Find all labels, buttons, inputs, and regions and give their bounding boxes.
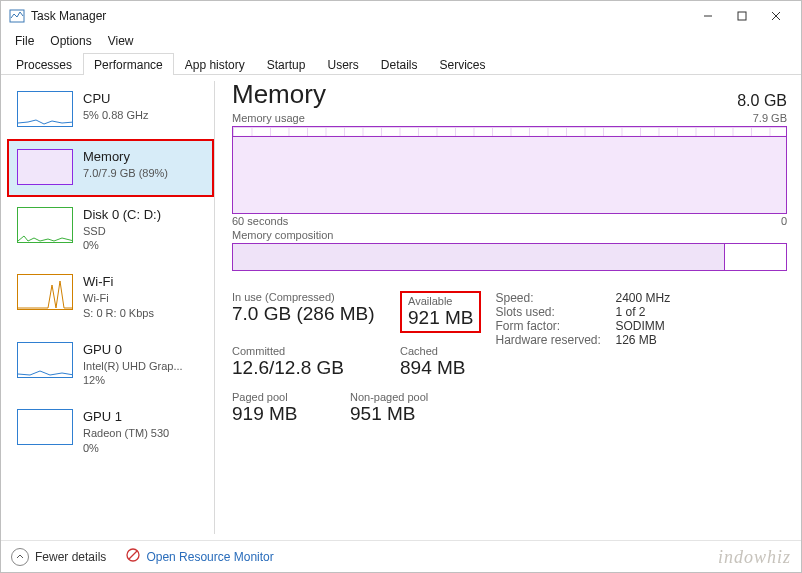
disk-sub2: 0% <box>83 238 161 252</box>
minimize-button[interactable] <box>691 1 725 31</box>
gpu0-sub2: 12% <box>83 373 183 387</box>
paged-value: 919 MB <box>232 403 332 425</box>
cpu-thumb <box>17 91 73 127</box>
gpu0-sub1: Intel(R) UHD Grap... <box>83 359 183 373</box>
gpu1-sub2: 0% <box>83 441 169 455</box>
wifi-sub2: S: 0 R: 0 Kbps <box>83 306 154 320</box>
axis-right: 0 <box>781 215 787 227</box>
nonpaged-value: 951 MB <box>350 403 428 425</box>
bottom-bar: Fewer details Open Resource Monitor <box>1 540 801 572</box>
spec-speed-val: 2400 MHz <box>615 291 670 305</box>
sidebar-item-gpu0[interactable]: GPU 0 Intel(R) UHD Grap... 12% <box>7 332 214 399</box>
monitor-icon <box>126 548 140 565</box>
wifi-name: Wi-Fi <box>83 274 154 291</box>
committed-value: 12.6/12.8 GB <box>232 357 382 379</box>
usage-label: Memory usage <box>232 112 305 124</box>
cached-label: Cached <box>400 345 465 357</box>
sidebar-item-disk[interactable]: Disk 0 (C: D:) SSD 0% <box>7 197 214 264</box>
inuse-label: In use (Compressed) <box>232 291 382 303</box>
tab-processes[interactable]: Processes <box>5 53 83 75</box>
spec-form-val: SODIMM <box>615 319 664 333</box>
tab-app-history[interactable]: App history <box>174 53 256 75</box>
usage-right: 7.9 GB <box>753 112 787 124</box>
sidebar-item-memory[interactable]: Memory 7.0/7.9 GB (89%) <box>7 139 214 197</box>
divider <box>214 81 215 534</box>
wifi-sub1: Wi-Fi <box>83 291 154 305</box>
spec-slots-val: 1 of 2 <box>615 305 645 319</box>
avail-value: 921 MB <box>408 307 473 329</box>
committed-label: Committed <box>232 345 382 357</box>
gpu1-name: GPU 1 <box>83 409 169 426</box>
task-manager-icon <box>9 8 25 24</box>
svg-line-6 <box>129 551 137 559</box>
fewer-details-button[interactable]: Fewer details <box>11 548 106 566</box>
open-resource-monitor-label: Open Resource Monitor <box>146 550 273 564</box>
cpu-name: CPU <box>83 91 148 108</box>
gpu1-sub1: Radeon (TM) 530 <box>83 426 169 440</box>
mem-sub: 7.0/7.9 GB (89%) <box>83 166 168 180</box>
spec-hw-val: 126 MB <box>615 333 656 347</box>
cached-value: 894 MB <box>400 357 465 379</box>
fewer-details-label: Fewer details <box>35 550 106 564</box>
menu-view[interactable]: View <box>100 32 142 50</box>
chevron-up-icon <box>11 548 29 566</box>
titlebar: Task Manager <box>1 1 801 31</box>
spec-slots-lbl: Slots used: <box>495 305 615 319</box>
tab-users[interactable]: Users <box>316 53 369 75</box>
cpu-sub: 5% 0.88 GHz <box>83 108 148 122</box>
tab-startup[interactable]: Startup <box>256 53 317 75</box>
main: CPU 5% 0.88 GHz Memory 7.0/7.9 GB (89%) … <box>1 75 801 540</box>
disk-thumb <box>17 207 73 243</box>
menu-file[interactable]: File <box>7 32 42 50</box>
watermark: indowhiz <box>718 547 791 568</box>
detail-pane: Memory 8.0 GB Memory usage 7.9 GB 60 sec… <box>214 75 801 540</box>
mem-name: Memory <box>83 149 168 166</box>
comp-label: Memory composition <box>232 229 333 241</box>
disk-sub1: SSD <box>83 224 161 238</box>
menu-options[interactable]: Options <box>42 32 99 50</box>
paged-label: Paged pool <box>232 391 332 403</box>
maximize-button[interactable] <box>725 1 759 31</box>
inuse-value: 7.0 GB (286 MB) <box>232 303 382 325</box>
spec-form-lbl: Form factor: <box>495 319 615 333</box>
wifi-thumb <box>17 274 73 310</box>
window-title: Task Manager <box>31 9 691 23</box>
sidebar-item-cpu[interactable]: CPU 5% 0.88 GHz <box>7 81 214 139</box>
tab-services[interactable]: Services <box>429 53 497 75</box>
available-highlight: Available 921 MB <box>400 291 481 333</box>
avail-label: Available <box>408 295 473 307</box>
spec-hw-lbl: Hardware reserved: <box>495 333 615 347</box>
axis-left: 60 seconds <box>232 215 288 227</box>
sidebar-item-wifi[interactable]: Wi-Fi Wi-Fi S: 0 R: 0 Kbps <box>7 264 214 331</box>
detail-total: 8.0 GB <box>737 92 787 110</box>
gpu1-thumb <box>17 409 73 445</box>
memory-composition-chart <box>232 243 787 271</box>
tab-details[interactable]: Details <box>370 53 429 75</box>
open-resource-monitor-link[interactable]: Open Resource Monitor <box>126 548 273 565</box>
mem-thumb <box>17 149 73 185</box>
tabstrip: Processes Performance App history Startu… <box>1 51 801 75</box>
spec-speed-lbl: Speed: <box>495 291 615 305</box>
disk-name: Disk 0 (C: D:) <box>83 207 161 224</box>
menubar: File Options View <box>1 31 801 51</box>
memory-usage-chart <box>232 126 787 214</box>
spec-table: Speed:2400 MHz Slots used:1 of 2 Form fa… <box>495 291 670 425</box>
close-button[interactable] <box>759 1 793 31</box>
svg-rect-2 <box>738 12 746 20</box>
sidebar: CPU 5% 0.88 GHz Memory 7.0/7.9 GB (89%) … <box>1 75 214 540</box>
nonpaged-label: Non-paged pool <box>350 391 428 403</box>
detail-title: Memory <box>232 79 326 110</box>
sidebar-item-gpu1[interactable]: GPU 1 Radeon (TM) 530 0% <box>7 399 214 466</box>
gpu0-name: GPU 0 <box>83 342 183 359</box>
gpu0-thumb <box>17 342 73 378</box>
tab-performance[interactable]: Performance <box>83 53 174 75</box>
